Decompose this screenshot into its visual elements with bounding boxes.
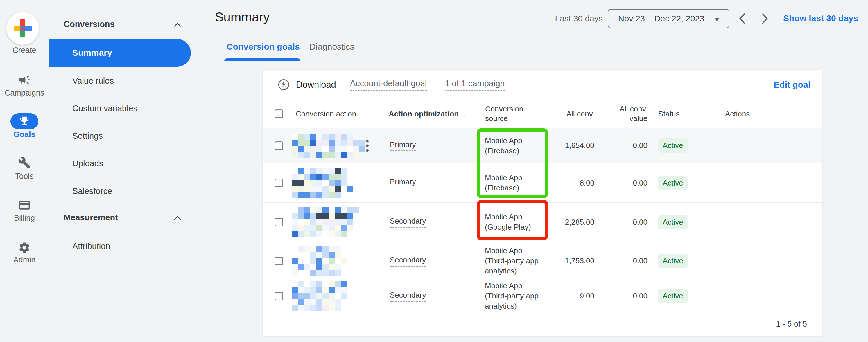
all-conv-value-value: 0.00 <box>633 178 648 187</box>
table-header: Conversion action Action optimization ↓ … <box>263 100 822 128</box>
row-checkbox[interactable] <box>275 292 283 301</box>
rail-item-goals-label[interactable]: Goals <box>0 130 49 139</box>
actions-cell <box>719 128 822 163</box>
next-period-button[interactable] <box>760 11 770 26</box>
caret-down-icon <box>714 18 719 21</box>
row-checkbox[interactable] <box>275 178 283 187</box>
sidebar-item-value-rules[interactable]: Value rules <box>72 75 114 87</box>
all-conv-value: 2,285.00 <box>565 218 594 227</box>
row-checkbox[interactable] <box>275 256 283 265</box>
column-header-actions[interactable]: Actions <box>719 100 822 128</box>
tab-conversion-goals[interactable]: Conversion goals <box>226 42 300 52</box>
table-footer: 1 - 5 of 5 <box>263 312 822 336</box>
conversion-source-value: Mobile App (Firebase) <box>485 173 545 193</box>
date-range-value: Nov 23 – Dec 22, 2023 <box>618 14 705 24</box>
previous-period-button[interactable] <box>737 11 747 26</box>
row-checkbox[interactable] <box>275 218 283 227</box>
create-button[interactable] <box>6 12 39 45</box>
sidebar-section-conversions[interactable]: Conversions <box>64 20 115 29</box>
select-all-checkbox[interactable] <box>275 109 283 118</box>
tab-divider <box>218 61 868 61</box>
table-row: PrimaryMobile App (Firebase)1,654.000.00… <box>263 128 822 164</box>
chevron-up-icon[interactable] <box>174 215 181 220</box>
all-conv-value-value: 0.00 <box>633 292 648 301</box>
google-ads-app: Create Campaigns Goals Tools Billing Adm… <box>0 0 868 342</box>
sidebar-item-attribution[interactable]: Attribution <box>72 240 111 252</box>
chevron-up-icon[interactable] <box>174 22 181 27</box>
all-conv-value: 1,753.00 <box>565 256 594 265</box>
row-menu-kebab-icon[interactable] <box>366 138 369 153</box>
sort-descending-icon: ↓ <box>463 109 467 119</box>
action-optimization-value[interactable]: Primary <box>390 140 416 151</box>
create-label: Create <box>0 46 49 55</box>
rail-item-tools[interactable]: Tools <box>0 172 49 181</box>
credit-card-icon[interactable] <box>18 199 31 212</box>
column-header-all-conv[interactable]: All conv. <box>548 100 599 128</box>
all-conv-value: 8.00 <box>580 178 594 187</box>
show-last-30-days-link[interactable]: Show last 30 days <box>783 13 858 23</box>
sidebar-item-settings[interactable]: Settings <box>72 130 103 142</box>
status-badge: Active <box>658 254 688 268</box>
actions-cell <box>719 280 822 312</box>
conversion-source-value: Mobile App (Third-party app analytics) <box>485 281 545 311</box>
redacted-conversion-action <box>292 207 359 238</box>
redacted-conversion-action <box>292 281 347 311</box>
table-row: SecondaryMobile App (Google Play)2,285.0… <box>263 203 822 242</box>
table-row: PrimaryMobile App (Firebase)8.000.00Acti… <box>263 164 822 203</box>
tab-diagnostics[interactable]: Diagnostics <box>309 42 354 52</box>
column-header-action-optimization[interactable]: Action optimization ↓ <box>383 100 479 128</box>
status-badge: Active <box>658 215 688 229</box>
rail-item-billing[interactable]: Billing <box>0 214 49 223</box>
download-icon[interactable] <box>278 79 290 91</box>
action-optimization-value[interactable]: Secondary <box>390 290 426 302</box>
edit-goal-link[interactable]: Edit goal <box>774 80 810 90</box>
date-preset-label: Last 30 days <box>549 14 603 24</box>
date-range-picker[interactable]: Nov 23 – Dec 22, 2023 <box>608 9 730 28</box>
conversion-source-value: Mobile App (Google Play) <box>485 212 545 232</box>
megaphone-icon[interactable] <box>18 73 31 86</box>
status-badge: Active <box>658 176 688 190</box>
table-toolbar: Download Account-default goal 1 of 1 cam… <box>263 70 822 100</box>
campaign-filter-chip[interactable]: 1 of 1 campaign <box>445 79 504 91</box>
sidebar-item-summary[interactable]: Summary <box>49 39 191 67</box>
actions-cell <box>719 242 822 280</box>
column-header-status[interactable]: Status <box>653 100 719 128</box>
sidebar-item-custom-variables[interactable]: Custom variables <box>72 102 137 114</box>
redacted-conversion-action <box>292 168 353 198</box>
pagination-label: 1 - 5 of 5 <box>776 320 807 329</box>
left-icon-rail: Create Campaigns Goals Tools Billing Adm… <box>0 0 49 342</box>
action-optimization-value[interactable]: Primary <box>390 177 416 189</box>
column-header-conversion-action[interactable]: Conversion action <box>263 100 383 128</box>
column-header-conversion-source[interactable]: Conversion source <box>479 100 548 128</box>
sidebar-item-uploads[interactable]: Uploads <box>72 158 103 169</box>
gear-icon[interactable] <box>18 241 31 254</box>
row-checkbox[interactable] <box>275 141 283 150</box>
actions-cell <box>719 203 822 242</box>
all-conv-value: 9.00 <box>580 292 594 301</box>
all-conv-value-value: 0.00 <box>633 256 648 265</box>
conversions-sidebar: Conversions Summary Value rules Custom v… <box>49 0 203 342</box>
status-badge: Active <box>658 289 688 303</box>
column-header-all-conv-value[interactable]: All conv. value <box>599 100 653 128</box>
sidebar-item-salesforce[interactable]: Salesforce <box>72 185 112 197</box>
rail-item-goals[interactable] <box>10 113 38 130</box>
sidebar-section-measurement[interactable]: Measurement <box>64 213 118 223</box>
table-rows: PrimaryMobile App (Firebase)1,654.000.00… <box>263 128 822 312</box>
rail-item-campaigns[interactable]: Campaigns <box>0 89 49 98</box>
sidebar-item-summary-label: Summary <box>72 48 112 58</box>
all-conv-value-value: 0.00 <box>633 218 648 227</box>
redacted-conversion-action <box>292 134 365 158</box>
goal-filter-chip[interactable]: Account-default goal <box>350 79 427 91</box>
action-optimization-value[interactable]: Secondary <box>390 255 426 267</box>
wrench-icon[interactable] <box>18 156 31 169</box>
conversion-source-value: Mobile App (Third-party app analytics) <box>485 246 545 276</box>
google-plus-icon <box>14 20 32 37</box>
conversion-source-value: Mobile App (Firebase) <box>485 136 545 156</box>
status-badge: Active <box>658 138 688 153</box>
action-optimization-value[interactable]: Secondary <box>390 216 426 228</box>
download-button[interactable]: Download <box>296 79 336 90</box>
conversion-goals-card: Download Account-default goal 1 of 1 cam… <box>263 70 822 336</box>
rail-item-admin[interactable]: Admin <box>0 255 49 265</box>
table-row: SecondaryMobile App (Third-party app ana… <box>263 242 822 280</box>
table-row: SecondaryMobile App (Third-party app ana… <box>263 280 822 312</box>
